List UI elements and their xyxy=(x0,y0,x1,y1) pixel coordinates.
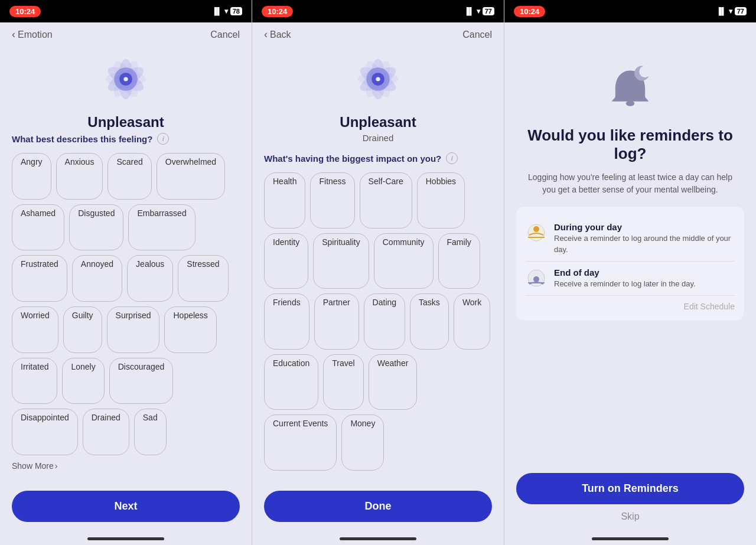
flower-icon-2 xyxy=(264,53,492,106)
edit-schedule-btn[interactable]: Edit Schedule xyxy=(526,302,735,311)
tag-item[interactable]: Sad xyxy=(134,409,167,455)
back-chevron-2: ‹ xyxy=(264,28,268,41)
tag-item[interactable]: Hopeless xyxy=(164,306,216,353)
phone-3: 10:24 ▐▌ ▾ 77 xyxy=(504,0,756,545)
next-button[interactable]: Next xyxy=(12,491,240,522)
nav-bar-2: ‹ Back Cancel xyxy=(252,22,504,47)
turn-on-reminders-button[interactable]: Turn on Reminders xyxy=(516,473,744,504)
screen-content-3: Would you like reminders to log? Logging… xyxy=(504,51,756,465)
tag-item[interactable]: Money xyxy=(341,415,384,471)
tag-item[interactable]: Tasks xyxy=(410,293,449,350)
wifi-icon: ▾ xyxy=(224,7,228,15)
skip-button[interactable]: Skip xyxy=(516,511,744,522)
battery-2: 77 xyxy=(483,7,494,15)
end-of-day-text: End of day Receive a reminder to log lat… xyxy=(554,267,696,289)
tag-item[interactable]: Stressed xyxy=(178,255,228,302)
back-button-2[interactable]: ‹ Back xyxy=(264,28,291,41)
tag-item[interactable]: Current Events xyxy=(264,415,337,471)
tag-item[interactable]: Disgusted xyxy=(69,204,123,251)
bottom-btn-area-1: Next xyxy=(0,482,252,534)
tag-item[interactable]: Lonely xyxy=(62,358,104,404)
tag-item[interactable]: Partner xyxy=(314,293,359,350)
svg-point-20 xyxy=(639,66,651,77)
info-icon-1[interactable]: i xyxy=(157,133,169,145)
info-icon-2[interactable]: i xyxy=(446,152,458,164)
battery-1: 78 xyxy=(230,7,242,15)
show-more-btn[interactable]: Show More › xyxy=(12,461,240,471)
tag-item[interactable]: Self-Care xyxy=(360,172,412,229)
screen-content-2: Unpleasant Drained What's having the big… xyxy=(252,47,504,482)
tag-item[interactable]: Surprised xyxy=(107,306,160,353)
cancel-button-2[interactable]: Cancel xyxy=(462,30,492,40)
bottom-btn-area-2: Done xyxy=(252,482,504,534)
flower-icon-1 xyxy=(12,53,240,106)
tag-item[interactable]: Friends xyxy=(264,293,309,350)
home-indicator-1 xyxy=(87,537,164,540)
home-indicator-2 xyxy=(340,537,416,540)
back-label-1: Emotion xyxy=(18,30,53,40)
tag-item[interactable]: Drained xyxy=(83,409,129,455)
tag-item[interactable]: Fitness xyxy=(310,172,354,229)
tag-item[interactable]: Weather xyxy=(369,354,418,410)
back-chevron-1: ‹ xyxy=(12,28,15,41)
tag-item[interactable]: Identity xyxy=(264,233,308,289)
tag-item[interactable]: Dating xyxy=(364,293,405,350)
show-more-label: Show More xyxy=(12,461,54,471)
done-button[interactable]: Done xyxy=(264,491,492,522)
tag-item[interactable]: Work xyxy=(454,293,490,350)
tag-item[interactable]: Worried xyxy=(12,306,58,353)
tag-item[interactable]: Ashamed xyxy=(12,204,64,251)
screen-title-1: Unpleasant xyxy=(12,114,240,130)
tag-item[interactable]: Discouraged xyxy=(109,358,174,404)
tag-item[interactable]: Scared xyxy=(107,153,151,200)
tag-item[interactable]: Family xyxy=(438,233,480,289)
end-of-day-icon xyxy=(526,267,547,289)
battery-3: 77 xyxy=(735,7,747,15)
nav-spacer-3 xyxy=(504,22,756,51)
status-bar-1: 10:24 ▐▌ ▾ 78 xyxy=(0,0,252,22)
tag-item[interactable]: Health xyxy=(264,172,305,229)
tag-item[interactable]: Anxious xyxy=(56,153,103,200)
status-icons-1: ▐▌ ▾ 78 xyxy=(212,7,242,15)
status-icons-2: ▐▌ ▾ 77 xyxy=(464,7,494,15)
svg-point-22 xyxy=(533,226,539,232)
svg-point-24 xyxy=(533,276,539,282)
wifi-icon-3: ▾ xyxy=(729,7,732,15)
tag-item[interactable]: Guilty xyxy=(63,306,102,353)
tags-container-2: HealthFitnessSelf-CareHobbiesIdentitySpi… xyxy=(264,172,492,471)
tag-item[interactable]: Frustrated xyxy=(12,255,67,302)
tag-item[interactable]: Hobbies xyxy=(417,172,465,229)
during-day-icon xyxy=(526,222,547,243)
tag-item[interactable]: Travel xyxy=(323,354,363,410)
tag-item[interactable]: Spirituality xyxy=(313,233,369,289)
tag-item[interactable]: Irritated xyxy=(12,358,57,404)
tag-item[interactable]: Education xyxy=(264,354,318,410)
tag-item[interactable]: Annoyed xyxy=(72,255,122,302)
during-day-text: During your day Receive a reminder to lo… xyxy=(554,222,735,254)
reminder-option-during[interactable]: During your day Receive a reminder to lo… xyxy=(526,216,735,261)
tag-item[interactable]: Embarrassed xyxy=(128,204,195,251)
tags-container-1: AngryAnxiousScaredOverwhelmedAshamedDisg… xyxy=(12,153,240,455)
tag-item[interactable]: Overwhelmed xyxy=(157,153,225,200)
question-text-2: What's having the biggest impact on you? xyxy=(264,154,441,164)
tag-item[interactable]: Jealous xyxy=(127,255,173,302)
screen-subtitle-2: Drained xyxy=(264,133,492,143)
signal-icon-3: ▐▌ xyxy=(716,7,726,15)
end-of-day-title: End of day xyxy=(554,267,696,278)
back-label-2: Back xyxy=(270,30,291,40)
status-time-3: 10:24 xyxy=(514,6,545,17)
svg-point-17 xyxy=(376,77,380,81)
tag-item[interactable]: Community xyxy=(374,233,434,289)
screen-title-2: Unpleasant xyxy=(264,114,492,130)
cancel-button-1[interactable]: Cancel xyxy=(210,30,240,40)
back-button-1[interactable]: ‹ Emotion xyxy=(12,28,53,41)
home-indicator-3 xyxy=(592,537,669,540)
bell-icon xyxy=(516,63,744,116)
tag-item[interactable]: Disappointed xyxy=(12,409,78,455)
screen-content-1: Unpleasant What best describes this feel… xyxy=(0,47,252,482)
phone-1: 10:24 ▐▌ ▾ 78 ‹ Emotion Cancel xyxy=(0,0,252,545)
status-time-2: 10:24 xyxy=(262,6,293,17)
show-more-chevron: › xyxy=(55,461,58,471)
reminder-option-end[interactable]: End of day Receive a reminder to log lat… xyxy=(526,262,735,296)
tag-item[interactable]: Angry xyxy=(12,153,51,200)
